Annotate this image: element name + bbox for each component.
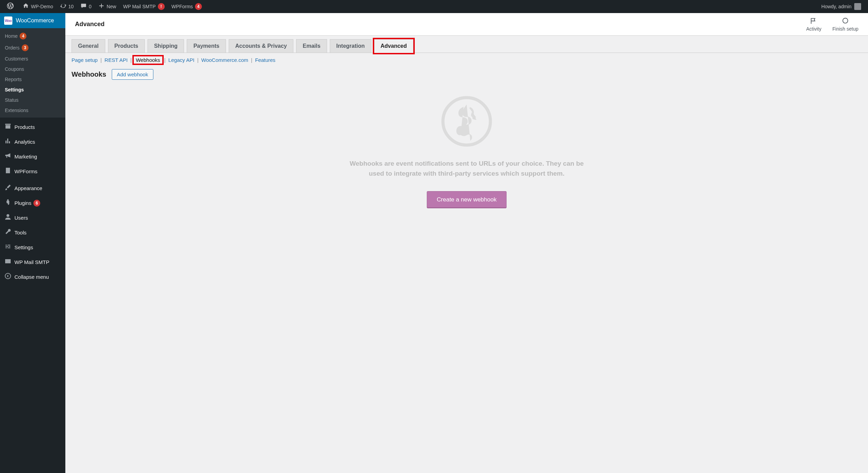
wpmail-link[interactable]: WP Mail SMTP ! bbox=[120, 0, 168, 13]
wpmail-label: WP Mail SMTP bbox=[123, 4, 156, 9]
subtab-rest-api[interactable]: REST API bbox=[105, 57, 128, 63]
admin-sidebar: Woo WooCommerce Home4Orders3CustomersCou… bbox=[0, 13, 65, 473]
comments-count: 0 bbox=[89, 4, 91, 9]
sidebar-sub-home[interactable]: Home4 bbox=[0, 30, 65, 42]
settings-subtabs: Page setup|REST API|Webhooks|Legacy API|… bbox=[65, 53, 868, 67]
add-webhook-button[interactable]: Add webhook bbox=[112, 69, 153, 80]
count-badge: 6 bbox=[33, 200, 40, 207]
plus-icon bbox=[98, 3, 105, 11]
updates-link[interactable]: 10 bbox=[57, 0, 77, 13]
sidebar-item-label: Appearance bbox=[14, 185, 42, 191]
sidebar-item-label: Plugins bbox=[14, 200, 31, 206]
globe-icon bbox=[343, 96, 590, 148]
tab-general[interactable]: General bbox=[72, 39, 105, 53]
sidebar-sub-label: Extensions bbox=[5, 108, 28, 113]
sidebar-item-wp-mail-smtp[interactable]: WP Mail SMTP bbox=[0, 255, 65, 270]
sidebar-item-label: WPForms bbox=[14, 168, 37, 174]
sidebar-sub-coupons[interactable]: Coupons bbox=[0, 64, 65, 74]
new-label: New bbox=[107, 4, 116, 9]
sidebar-item-label: Marketing bbox=[14, 154, 37, 160]
sidebar-item-products[interactable]: Products bbox=[0, 120, 65, 134]
tab-payments[interactable]: Payments bbox=[187, 39, 226, 53]
count-badge: 3 bbox=[22, 44, 29, 51]
mail-icon bbox=[3, 258, 12, 266]
sidebar-sub-customers[interactable]: Customers bbox=[0, 54, 65, 64]
wpforms-label: WPForms bbox=[172, 4, 193, 9]
woocommerce-icon: Woo bbox=[4, 16, 12, 25]
wordpress-icon bbox=[7, 2, 14, 11]
wpforms-link[interactable]: WPForms 4 bbox=[168, 0, 205, 13]
wp-logo[interactable] bbox=[3, 0, 19, 13]
finish-setup-label: Finish setup bbox=[833, 26, 858, 32]
tab-advanced[interactable]: Advanced bbox=[374, 39, 413, 53]
circle-icon bbox=[841, 17, 849, 26]
svg-point-0 bbox=[7, 214, 9, 217]
count-badge: 4 bbox=[20, 33, 26, 40]
subtab-woocommerce-com[interactable]: WooCommerce.com bbox=[201, 57, 248, 63]
sidebar-item-settings[interactable]: Settings bbox=[0, 240, 65, 255]
comment-icon bbox=[80, 3, 87, 11]
sidebar-sub-label: Status bbox=[5, 97, 19, 103]
tab-accounts-privacy[interactable]: Accounts & Privacy bbox=[229, 39, 293, 53]
tab-products[interactable]: Products bbox=[108, 39, 145, 53]
site-name: WP-Demo bbox=[31, 4, 53, 9]
activity-button[interactable]: Activity bbox=[806, 17, 821, 32]
sidebar-sub-settings[interactable]: Settings bbox=[0, 85, 65, 95]
sidebar-item-users[interactable]: Users bbox=[0, 210, 65, 225]
avatar bbox=[854, 3, 861, 10]
sidebar-item-collapse-menu[interactable]: Collapse menu bbox=[0, 270, 65, 284]
sidebar-item-label: Settings bbox=[14, 244, 33, 250]
site-link[interactable]: WP-Demo bbox=[19, 0, 57, 13]
sidebar-item-appearance[interactable]: Appearance bbox=[0, 181, 65, 196]
subtab-legacy-api[interactable]: Legacy API bbox=[169, 57, 195, 63]
subtab-features[interactable]: Features bbox=[255, 57, 275, 63]
webhooks-heading: Webhooks bbox=[72, 70, 106, 78]
sidebar-item-label: Tools bbox=[14, 230, 26, 235]
bars-icon bbox=[3, 138, 12, 146]
account-link[interactable]: Howdy, admin bbox=[818, 0, 865, 13]
svg-point-2 bbox=[843, 18, 848, 23]
create-webhook-button[interactable]: Create a new webhook bbox=[427, 191, 507, 208]
subtab-webhooks[interactable]: Webhooks bbox=[136, 57, 160, 63]
sidebar-sub-orders[interactable]: Orders3 bbox=[0, 42, 65, 54]
sidebar-item-label: Analytics bbox=[14, 139, 35, 145]
tab-emails[interactable]: Emails bbox=[296, 39, 327, 53]
sidebar-current-woocommerce[interactable]: Woo WooCommerce bbox=[0, 13, 65, 28]
sidebar-item-tools[interactable]: Tools bbox=[0, 225, 65, 240]
sidebar-main-menu: ProductsAnalyticsMarketingWPFormsAppeara… bbox=[0, 118, 65, 284]
plug-icon bbox=[3, 199, 12, 207]
updates-count: 10 bbox=[68, 4, 74, 9]
sidebar-sub-label: Orders bbox=[5, 45, 20, 51]
megaphone-icon bbox=[3, 152, 12, 161]
archive-icon bbox=[3, 123, 12, 131]
sidebar-submenu: Home4Orders3CustomersCouponsReportsSetti… bbox=[0, 28, 65, 118]
sidebar-item-analytics[interactable]: Analytics bbox=[0, 134, 65, 149]
sidebar-sub-label: Reports bbox=[5, 77, 22, 82]
sidebar-sub-reports[interactable]: Reports bbox=[0, 74, 65, 85]
sidebar-item-plugins[interactable]: Plugins6 bbox=[0, 196, 65, 210]
finish-setup-button[interactable]: Finish setup bbox=[833, 17, 858, 32]
tab-shipping[interactable]: Shipping bbox=[148, 39, 184, 53]
subtab-page-setup[interactable]: Page setup bbox=[72, 57, 98, 63]
update-icon bbox=[60, 3, 66, 11]
wpmail-badge: ! bbox=[158, 3, 165, 10]
sidebar-sub-label: Coupons bbox=[5, 66, 24, 72]
comments-link[interactable]: 0 bbox=[77, 0, 95, 13]
content-area: Advanced Activity Finish setup GeneralPr… bbox=[65, 13, 868, 473]
sidebar-sub-status[interactable]: Status bbox=[0, 95, 65, 105]
collapse-icon bbox=[3, 273, 12, 281]
sidebar-sub-label: Settings bbox=[5, 87, 24, 92]
empty-text: Webhooks are event notifications sent to… bbox=[343, 158, 590, 179]
sidebar-sub-label: Home bbox=[5, 33, 18, 39]
wpforms-count: 4 bbox=[195, 3, 202, 10]
sidebar-item-wpforms[interactable]: WPForms bbox=[0, 164, 65, 179]
sidebar-sub-extensions[interactable]: Extensions bbox=[0, 105, 65, 116]
sidebar-item-label: Users bbox=[14, 215, 28, 221]
sidebar-item-label: Collapse menu bbox=[14, 274, 49, 280]
sidebar-item-label: Products bbox=[14, 124, 35, 130]
wrench-icon bbox=[3, 228, 12, 237]
new-link[interactable]: New bbox=[95, 0, 120, 13]
page-title: Advanced bbox=[75, 21, 105, 28]
tab-integration[interactable]: Integration bbox=[330, 39, 371, 53]
sidebar-item-marketing[interactable]: Marketing bbox=[0, 149, 65, 164]
